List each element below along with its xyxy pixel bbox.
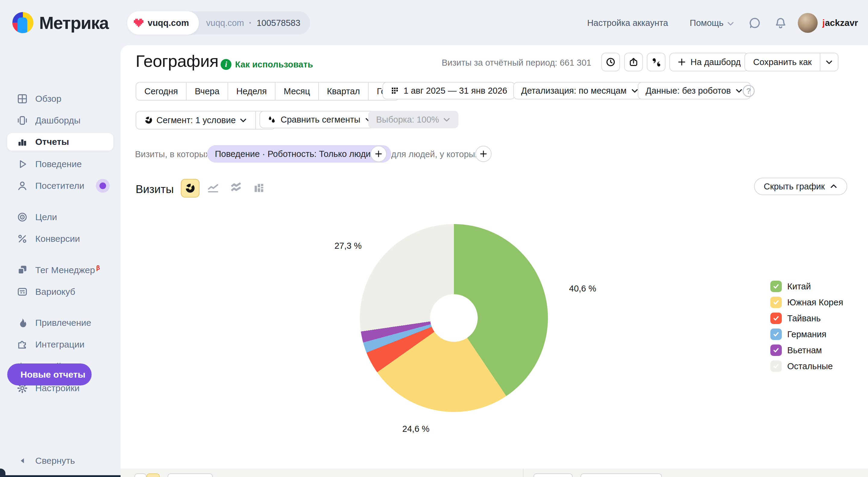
legend-item[interactable]: Китай (770, 281, 843, 292)
compare-segments-dropdown[interactable]: Сравнить сегменты (259, 111, 380, 128)
how-to-use-link[interactable]: i Как использовать (221, 59, 313, 70)
site-selector[interactable]: vuqq.com vuqq.com · 100578583 (127, 11, 310, 35)
visits-pie-chart[interactable] (360, 224, 548, 412)
filter-chip-robots[interactable]: Поведение · Роботность: Только люди (207, 145, 391, 163)
add-to-dashboard-button[interactable]: На дашборд (670, 53, 749, 71)
top-bar: Метрика vuqq.com vuqq.com · 100578583 На… (0, 0, 868, 45)
legend-item[interactable]: Германия (770, 329, 843, 340)
sidebar-item-variocube[interactable]: Вариокуб (0, 283, 121, 301)
tab-month[interactable]: Месяц (275, 82, 318, 100)
plus-icon (374, 150, 383, 158)
site-name: vuqq.com (148, 18, 189, 28)
table-charttype-line-button[interactable] (134, 473, 147, 477)
bottom-widget-edge (0, 475, 130, 477)
sidebar-item-behavior[interactable]: Поведение (0, 156, 121, 173)
sidebar-item-visitors[interactable]: Посетители (0, 177, 121, 195)
detail-dropdown[interactable]: Детализация: по месяцам (513, 82, 647, 99)
table-option-button-3[interactable] (581, 473, 662, 477)
pie-donut-hole (430, 294, 478, 342)
table-option-button[interactable] (167, 473, 213, 477)
help-link[interactable]: Помощь (690, 18, 724, 28)
legend-checkbox[interactable] (770, 281, 782, 292)
chevron-up-icon (830, 182, 838, 190)
legend-checkbox[interactable] (770, 297, 782, 308)
ai-summary-button[interactable] (647, 53, 665, 71)
charttype-pie-button[interactable] (181, 179, 199, 198)
bell-icon[interactable] (774, 16, 787, 30)
tab-yesterday[interactable]: Вчера (186, 82, 227, 100)
chevron-down-icon (443, 116, 451, 124)
chat-icon[interactable] (748, 16, 762, 30)
sidebar-item-reports[interactable]: Отчеты (7, 133, 113, 150)
clock-icon (606, 57, 616, 67)
charttype-line-button[interactable] (204, 179, 222, 198)
metrika-logo[interactable]: Метрика (11, 11, 108, 34)
tab-week[interactable]: Неделя (227, 82, 275, 100)
export-button[interactable] (624, 53, 643, 71)
legend-checkbox[interactable] (770, 344, 782, 356)
chart-legend: КитайЮжная КореяТайваньГерманияВьетнамОс… (770, 281, 843, 372)
legend-item[interactable]: Вьетнам (770, 344, 843, 356)
drops-icon (267, 115, 276, 124)
table-charttype-pie-button[interactable] (147, 473, 160, 477)
segment-group: Сегмент: 1 условие (135, 111, 276, 130)
variocube-icon (17, 286, 28, 298)
sampling-dropdown[interactable]: Выборка: 100% (368, 111, 458, 128)
overview-grid-icon (17, 93, 28, 104)
legend-label: Тайвань (787, 313, 821, 323)
segment-dropdown[interactable]: Сегмент: 1 условие (136, 111, 255, 129)
save-as-button[interactable]: Сохранить как (745, 53, 820, 71)
site-domain: vuqq.com (206, 18, 244, 28)
username[interactable]: jackzavr (823, 18, 858, 28)
sidebar-item-integrations[interactable]: Интеграции (0, 336, 121, 353)
chevron-down-icon (631, 87, 639, 95)
add-user-condition-button[interactable] (475, 146, 492, 162)
history-button[interactable] (601, 53, 620, 71)
heart-icon (134, 19, 144, 27)
filter-suffix-label: для людей, у которых (391, 149, 479, 159)
play-icon (17, 159, 28, 170)
hide-chart-button[interactable]: Скрыть график (754, 178, 847, 195)
site-selector-current[interactable]: vuqq.com (127, 11, 199, 35)
info-icon: i (221, 59, 231, 70)
sidebar-item-conversions[interactable]: Конверсии (0, 230, 121, 247)
sidebar-item-tag-manager[interactable]: Тег Менеджерβ (0, 261, 121, 278)
pie-label-others: 27,3 % (313, 241, 362, 251)
table-option-button-2[interactable] (533, 473, 572, 477)
visitors-notification-dot (96, 179, 110, 193)
tab-quarter[interactable]: Квартал (318, 82, 368, 100)
metrika-logo-icon (11, 11, 35, 34)
chevron-down-icon (735, 87, 743, 95)
plus-icon (479, 150, 488, 158)
tab-today[interactable]: Сегодня (136, 82, 186, 100)
save-as-menu-button[interactable] (820, 53, 838, 71)
sidebar-item-acquisition[interactable]: Привлечение (0, 314, 121, 332)
legend-item[interactable]: Тайвань (770, 313, 843, 324)
bottom-widget-corner (0, 469, 5, 477)
table-section-edge (121, 469, 868, 477)
charttype-area-button[interactable] (227, 179, 245, 198)
sidebar-item-overview[interactable]: Обзор (0, 90, 121, 107)
new-reports-button[interactable]: Новые отчеты (7, 364, 92, 385)
date-range-button[interactable]: 1 авг 2025 — 31 янв 2026 (382, 82, 515, 99)
help-chevron-icon[interactable] (727, 20, 735, 27)
avatar[interactable] (798, 13, 818, 33)
flame-icon (17, 317, 28, 329)
beta-badge: β (96, 264, 100, 271)
data-dropdown[interactable]: Данные: без роботов (638, 82, 751, 99)
legend-checkbox[interactable] (770, 361, 782, 372)
legend-checkbox[interactable] (770, 329, 782, 340)
columns-chart-icon (253, 182, 265, 194)
add-visit-condition-button[interactable] (370, 146, 387, 162)
sidebar-item-goals[interactable]: Цели (0, 208, 121, 226)
collapse-sidebar-button[interactable]: Свернуть (0, 452, 121, 470)
sidebar-item-dashboards[interactable]: Дашборды (0, 112, 121, 129)
account-settings-link[interactable]: Настройка аккаунта (587, 18, 668, 28)
help-question-icon[interactable]: ? (743, 85, 755, 97)
legend-item[interactable]: Остальные (770, 361, 843, 372)
legend-item[interactable]: Южная Корея (770, 297, 843, 308)
plus-icon (677, 58, 686, 67)
charttype-columns-button[interactable] (250, 179, 268, 198)
legend-checkbox[interactable] (770, 313, 782, 324)
chevron-down-icon (825, 58, 833, 66)
